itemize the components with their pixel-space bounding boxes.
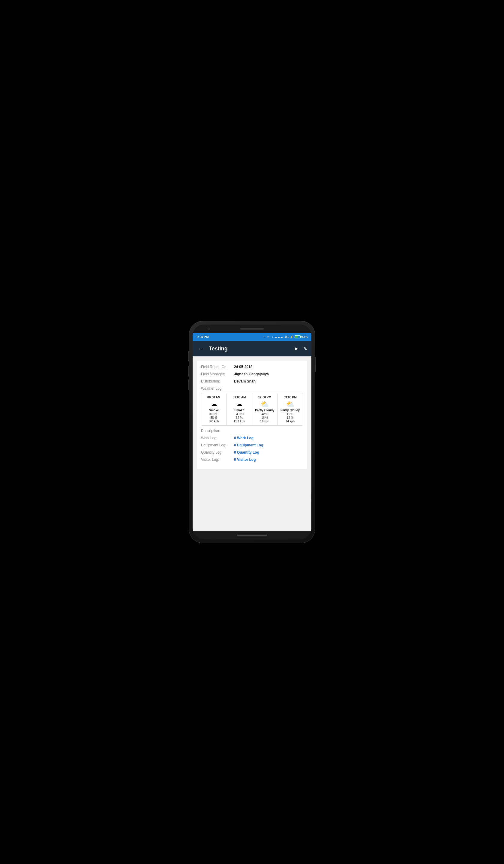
weather-log-label: Weather Log: [201,386,303,391]
weather-condition-3: Partly Cloudy [279,409,301,412]
back-button[interactable]: ← [197,344,205,353]
weather-section: Weather Log: 06:00 AM ☁ Smoke 30.0°C 58 … [201,386,303,426]
quantity-log-link[interactable]: 0 Quantity Log [234,450,259,455]
visitor-log-label: Visitor Log: [201,457,234,462]
equipment-log-row: Equipment Log: 0 Equipment Log [201,443,303,447]
field-report-row: Field Report On: 24-05-2018 [201,365,303,369]
weather-humidity-2: 16 % [253,416,276,419]
weather-wind-2: 16 kph [253,420,276,423]
weather-wind-3: 14 kph [279,420,301,423]
weather-temp-0: 30.0°C [203,412,225,416]
weather-temp-3: 45°C [279,412,301,416]
work-log-row: Work Log: 0 Work Log [201,436,303,440]
edit-button[interactable]: ✎ [303,346,307,352]
battery-percent: 43% [302,335,308,339]
weather-icon-1: ☁ [228,401,251,407]
weather-time-0: 06:00 AM [203,396,225,399]
phone-frame: 1:14 PM ··· ✦ ↑↓ ▲▲▲ 4G ⚡ 43% ← Testing [189,321,315,543]
phone-screen: 1:14 PM ··· ✦ ↑↓ ▲▲▲ 4G ⚡ 43% ← Testing [193,325,311,539]
quantity-log-label: Quantity Log: [201,450,234,455]
distribution-label: Distribution: [201,379,234,383]
weather-time-3: 03:00 PM [279,396,301,399]
weather-time-1: 09:00 AM [228,396,251,399]
status-bar: 1:14 PM ··· ✦ ↑↓ ▲▲▲ 4G ⚡ 43% [193,333,311,341]
weather-condition-1: Smoke [228,409,251,412]
send-button[interactable]: ► [294,346,299,352]
weather-wind-0: 0.0 kph [203,420,225,423]
weather-wind-1: 11.1 kph [228,420,251,423]
weather-grid: 06:00 AM ☁ Smoke 30.0°C 58 % 0.0 kph 09:… [201,393,303,426]
main-content: Field Report On: 24-05-2018 Field Manage… [193,357,311,531]
page-title: Testing [209,346,290,352]
app-header: ← Testing ► ✎ [193,341,311,357]
field-manager-value: Jignesh Gangajaliya [234,372,269,376]
weather-col-1: 09:00 AM ☁ Smoke 34.0°C 32 % 11.1 kph [227,393,252,425]
status-time: 1:14 PM [196,335,209,339]
signal-strength: ▲▲▲ [275,335,284,339]
speaker [240,328,264,330]
bluetooth-icon: ✦ [267,335,269,339]
weather-icon-0: ☁ [203,401,225,407]
work-log-label: Work Log: [201,436,234,440]
distribution-value: Devam Shah [234,379,256,383]
weather-humidity-3: 12 % [279,416,301,419]
field-report-label: Field Report On: [201,365,234,369]
status-icons: ··· ✦ ↑↓ ▲▲▲ 4G ⚡ 43% [263,335,308,339]
weather-col-2: 12:00 PM ⛅ Partly Cloudy 42°C 16 % 16 kp… [252,393,278,425]
header-actions: ► ✎ [294,346,307,352]
weather-time-2: 12:00 PM [253,396,276,399]
distribution-row: Distribution: Devam Shah [201,379,303,383]
network-icon: ↑↓ [270,335,273,339]
description-row: Description: [201,429,303,433]
home-bar [237,535,267,536]
camera [208,328,210,330]
phone-notch [193,325,311,333]
battery-indicator [295,335,301,338]
phone-bottom-bar [193,531,311,539]
weather-humidity-1: 32 % [228,416,251,419]
quantity-log-row: Quantity Log: 0 Quantity Log [201,450,303,455]
weather-condition-0: Smoke [203,409,225,412]
weather-temp-1: 34.0°C [228,412,251,416]
weather-icon-3: ⛅ [279,401,301,407]
equipment-log-link[interactable]: 0 Equipment Log [234,443,263,447]
weather-col-0: 06:00 AM ☁ Smoke 30.0°C 58 % 0.0 kph [201,393,227,425]
work-log-link[interactable]: 0 Work Log [234,436,253,440]
report-card: Field Report On: 24-05-2018 Field Manage… [197,361,307,469]
weather-icon-2: ⛅ [253,401,276,407]
weather-humidity-0: 58 % [203,416,225,419]
weather-condition-2: Partly Cloudy [253,409,276,412]
weather-temp-2: 42°C [253,412,276,416]
visitor-log-link[interactable]: 0 Visitor Log [234,457,256,462]
description-label: Description: [201,429,303,433]
field-manager-label: Field Manager: [201,372,234,376]
equipment-log-label: Equipment Log: [201,443,234,447]
network-type: 4G [285,335,289,339]
bolt-icon: ⚡ [290,335,293,339]
signal-dots: ··· [263,335,265,339]
weather-col-3: 03:00 PM ⛅ Partly Cloudy 45°C 12 % 14 kp… [277,393,303,425]
field-report-value: 24-05-2018 [234,365,252,369]
visitor-log-row: Visitor Log: 0 Visitor Log [201,457,303,462]
field-manager-row: Field Manager: Jignesh Gangajaliya [201,372,303,376]
